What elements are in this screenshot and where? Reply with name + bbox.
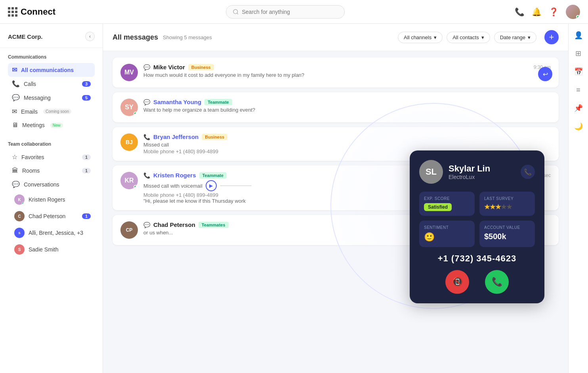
incoming-call-card: SL Skylar Lin ElectroLux 📞 EXP. SCORE Sa… <box>410 150 544 303</box>
sidebar-item-calls[interactable]: 📞 Calls 3 <box>8 77 95 91</box>
caller-company: ElectroLux <box>449 174 490 180</box>
all-comm-label: All communications <box>21 67 74 73</box>
filter-date-range[interactable]: Date range ▾ <box>494 32 536 43</box>
sidebar-item-emails[interactable]: ✉ Emails Coming soon <box>8 105 95 118</box>
help-icon[interactable]: ❓ <box>549 7 559 17</box>
contacts-chevron-icon: ▾ <box>481 34 484 40</box>
app-branding: Connect <box>8 7 55 17</box>
caller-avatar: SL <box>419 160 443 184</box>
account-value-box: ACCOUNT VALUE $500k <box>479 221 535 247</box>
sidebar-item-meetings[interactable]: 🖥 Meetings New <box>8 118 95 132</box>
user-avatar[interactable] <box>566 5 580 19</box>
conv-item-chad[interactable]: C Chad Peterson 1 <box>8 208 95 225</box>
conv-badge-chad: 1 <box>82 213 91 219</box>
reply-button[interactable]: ↩ <box>538 67 552 81</box>
call-stats: EXP. SCORE Satisfied LAST SURVEY ★★★★★ S… <box>419 192 535 247</box>
msg-tag: Teammate <box>199 172 227 179</box>
sidebar-item-rooms[interactable]: 🏛 Rooms 1 <box>8 164 95 177</box>
sidebar: ACME Corp. ‹ Communications ✉ All commun… <box>0 24 103 373</box>
table-row[interactable]: SY 💬 Samantha Young Teammate Want to hel… <box>113 92 559 122</box>
messages-header: All messages Showing 5 messages All chan… <box>103 24 568 51</box>
all-comm-icon: ✉ <box>12 66 17 74</box>
accept-icon: 📞 <box>492 277 502 287</box>
new-message-button[interactable]: + <box>544 30 559 44</box>
conv-item-kristen[interactable]: K Kristen Rogers <box>8 191 95 208</box>
conv-avatar-kristen: K <box>14 194 25 205</box>
sentiment-label: SENTIMENT <box>424 225 470 230</box>
right-rail: 👤 ⊞ 📅 ≡ 📌 🌙 <box>568 24 588 373</box>
avatar: BJ <box>120 133 138 151</box>
online-indicator <box>134 185 137 189</box>
messaging-icon: 💬 <box>12 94 20 101</box>
msg-text: Missed call with voicemail <box>143 183 202 189</box>
msg-tag: Teammate <box>204 99 232 105</box>
avatar: KR <box>120 172 138 189</box>
conv-avatar-sadie: S <box>14 244 25 255</box>
voicemail-progress <box>220 185 252 186</box>
caller-phone-number: +1 (732) 345-4623 <box>419 253 535 264</box>
rooms-label: Rooms <box>22 167 40 174</box>
msg-name: Chad Peterson <box>153 221 195 228</box>
calls-icon: 📞 <box>12 80 20 88</box>
caller-name: Skylar Lin <box>449 164 490 174</box>
msg-tag: Business <box>188 64 214 70</box>
msg-name: Bryan Jefferson <box>153 133 199 140</box>
moon-rail-icon[interactable]: 🌙 <box>571 119 586 134</box>
play-voicemail-button[interactable]: ▶ <box>206 180 217 191</box>
sidebar-item-conversations[interactable]: 💬 Conversations <box>8 177 95 191</box>
accept-call-button[interactable]: 📞 <box>485 270 509 294</box>
date-chevron-icon: ▾ <box>528 34 531 40</box>
app-title: Connect <box>21 7 55 17</box>
org-name: ACME Corp. <box>8 33 43 40</box>
msg-content-samantha: 💬 Samantha Young Teammate Want to help m… <box>143 99 551 113</box>
conv-avatar-chad: C <box>14 211 25 221</box>
pin-rail-icon[interactable]: 📌 <box>571 101 586 116</box>
msg-tag: Teammates <box>199 222 229 228</box>
search-bar[interactable] <box>226 5 345 19</box>
sentiment-emoji: 🙂 <box>424 232 470 242</box>
sentiment-box: SENTIMENT 🙂 <box>419 221 475 247</box>
table-row[interactable]: MV 💬 Mike Victor Business 9:30 am How mu… <box>113 57 559 88</box>
conv-item-sadie[interactable]: S Sadie Smith <box>8 241 95 258</box>
filter-all-contacts[interactable]: All contacts ▾ <box>447 32 490 43</box>
calendar-rail-icon[interactable]: 📅 <box>571 64 586 79</box>
account-value-label: ACCOUNT VALUE <box>484 225 530 230</box>
account-value: $500k <box>484 232 530 241</box>
messages-count: Showing 5 messages <box>163 34 212 40</box>
channels-chevron-icon: ▾ <box>434 34 437 40</box>
decline-icon: 📵 <box>452 277 463 287</box>
collapse-sidebar-button[interactable]: ‹ <box>85 32 95 41</box>
main-layout: ACME Corp. ‹ Communications ✉ All commun… <box>0 24 588 373</box>
favorites-icon: ☆ <box>12 153 17 161</box>
sidebar-item-messaging[interactable]: 💬 Messaging 5 <box>8 91 95 105</box>
avatar: CP <box>120 221 138 239</box>
call-type-icon: 📞 <box>521 165 535 179</box>
filter-all-channels[interactable]: All channels ▾ <box>398 32 443 43</box>
favorites-badge: 1 <box>82 154 91 160</box>
online-indicator <box>576 15 580 19</box>
grid-rail-icon[interactable]: ⊞ <box>571 46 586 61</box>
decline-call-button[interactable]: 📵 <box>445 270 469 294</box>
team-collab-title: Team collaboration <box>8 141 95 147</box>
bell-icon[interactable]: 🔔 <box>532 7 542 17</box>
satisfied-badge: Satisfied <box>424 203 452 211</box>
search-input[interactable] <box>242 9 338 15</box>
app-grid-icon[interactable] <box>8 7 17 17</box>
sidebar-item-favorites[interactable]: ☆ Favorites 1 <box>8 150 95 164</box>
filter-buttons: All channels ▾ All contacts ▾ Date range… <box>398 32 536 43</box>
org-section: ACME Corp. ‹ <box>0 32 103 48</box>
msg-text: Want to help me organize a team building… <box>143 107 551 113</box>
conv-item-alli[interactable]: S Alli, Brent, Jessica, +3 <box>8 225 95 241</box>
msg-name: Samantha Young <box>153 99 201 105</box>
top-nav: Connect 📞 🔔 ❓ <box>0 0 588 24</box>
conv-online-kristen <box>22 202 25 205</box>
messaging-badge: 5 <box>82 95 91 101</box>
sidebar-item-all-communications[interactable]: ✉ All communications <box>8 63 95 77</box>
online-indicator <box>134 112 137 116</box>
msg-name: Kristen Rogers <box>153 172 196 179</box>
rooms-badge: 1 <box>82 168 91 173</box>
list-rail-icon[interactable]: ≡ <box>571 82 586 97</box>
user-rail-icon[interactable]: 👤 <box>571 28 586 43</box>
emails-coming-soon: Coming soon <box>43 109 71 114</box>
phone-icon[interactable]: 📞 <box>515 7 525 17</box>
